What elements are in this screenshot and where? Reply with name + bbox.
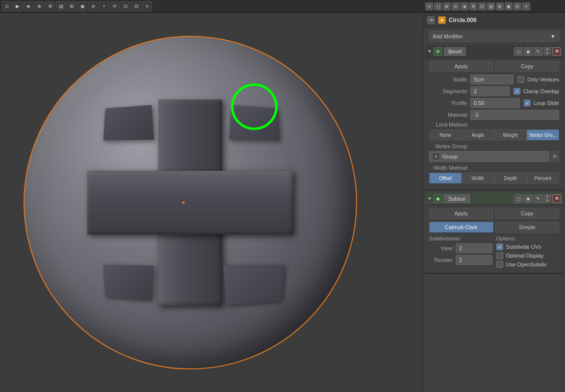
bevel-mod-name-btn[interactable]: Bevel bbox=[444, 47, 466, 56]
bevel-width-value[interactable]: 5cm bbox=[470, 75, 514, 84]
bevel-apply-copy-row: Apply Copy bbox=[429, 61, 559, 72]
limit-method-label: Limit Method: bbox=[429, 122, 468, 128]
bevel-modifier-section: ▼ ⚙ Bevel ◻ ◉ ✎ ▲ ▼ ✕ bbox=[425, 45, 563, 190]
use-opensubdiv-checkbox[interactable]: ✓ bbox=[496, 261, 503, 268]
bevel-mod-icon[interactable]: ⚙ bbox=[434, 47, 442, 56]
bevel-profile-value[interactable]: 0.50 bbox=[470, 98, 520, 108]
subsur-modifier-header: ▼ ◉ Subsur ◻ ◉ ✎ ▲ ▼ ✕ bbox=[425, 192, 563, 205]
subsur-mod-header-icons: ◻ ◉ ✎ ▲ ▼ ✕ bbox=[514, 194, 561, 203]
bevel-edit-icon[interactable]: ✎ bbox=[534, 47, 542, 56]
render-value[interactable]: 2 bbox=[456, 255, 492, 265]
limit-none-btn[interactable]: None bbox=[429, 130, 462, 140]
tool-icon-7[interactable]: ⊞ bbox=[67, 1, 77, 11]
tool-icon-4[interactable]: ⊕ bbox=[34, 1, 44, 11]
width-method-label: Width Method: bbox=[429, 165, 468, 171]
wm-percent-btn[interactable]: Percent bbox=[527, 173, 559, 183]
panel-icon-8[interactable]: ▤ bbox=[487, 2, 495, 10]
panel-icon-7[interactable]: ⊡ bbox=[478, 2, 486, 10]
clamp-overlap-checkbox[interactable]: ✓ bbox=[514, 88, 520, 95]
tool-icon-6[interactable]: ▤ bbox=[56, 1, 66, 11]
view-label: View: bbox=[429, 245, 454, 251]
width-method-group: Offset Width Depth Percent bbox=[429, 173, 559, 183]
bevel-up-btn[interactable]: ▲ bbox=[543, 47, 551, 51]
limit-weight-btn[interactable]: Weight bbox=[494, 130, 527, 140]
panel-icon-9[interactable]: ⊞ bbox=[496, 2, 504, 10]
bevel-updown: ▲ ▼ bbox=[543, 47, 551, 56]
subdivide-uvs-checkbox[interactable]: ✓ bbox=[496, 243, 503, 250]
bevel-material-value[interactable]: -1 bbox=[470, 110, 559, 120]
tool-icon-3[interactable]: ◈ bbox=[24, 1, 33, 11]
tool-icon-13[interactable]: ⊟ bbox=[131, 1, 141, 11]
bevel-render-icon[interactable]: ◻ bbox=[514, 47, 523, 56]
bevel-view-icon[interactable]: ◉ bbox=[524, 47, 533, 56]
subsur-apply-button[interactable]: Apply bbox=[429, 208, 493, 219]
bevel-segments-value[interactable]: 2 bbox=[470, 86, 510, 96]
subdivide-uvs-row: ✓ Subdivide UVs bbox=[496, 243, 560, 250]
subsur-copy-button[interactable]: Copy bbox=[495, 208, 560, 219]
view-value[interactable]: 2 bbox=[456, 243, 492, 253]
object-header: ≫ ● Circle.006 bbox=[423, 13, 565, 27]
wm-depth-btn[interactable]: Depth bbox=[494, 173, 527, 183]
tool-icon-8[interactable]: ◉ bbox=[77, 1, 87, 11]
tool-icon-1[interactable]: ⊙ bbox=[2, 1, 12, 11]
viewport-toolbar: ⊙ ▶ ◈ ⊕ ⚙ ▤ ⊞ ◉ ⊘ ⚬ ⟳ ⊡ ⊟ ≡ bbox=[0, 0, 423, 13]
panel-icon-6[interactable]: ⚙ bbox=[469, 2, 477, 10]
bevel-collapse-arrow[interactable]: ▼ bbox=[427, 49, 432, 54]
subsur-updown: ▲ ▼ bbox=[543, 194, 551, 203]
bevel-copy-button[interactable]: Copy bbox=[495, 61, 560, 72]
subsur-modifier-section: ▼ ◉ Subsur ◻ ◉ ✎ ▲ ▼ ✕ bbox=[425, 192, 563, 274]
panel-icon-1[interactable]: ⊙ bbox=[425, 2, 433, 10]
wm-width-btn[interactable]: Width bbox=[462, 173, 494, 183]
subsur-up-btn[interactable]: ▲ bbox=[543, 194, 551, 198]
panel-icon-10[interactable]: ◉ bbox=[505, 2, 513, 10]
limit-angle-btn[interactable]: Angle bbox=[462, 130, 494, 140]
object-name: Circle.006 bbox=[449, 17, 477, 24]
subsur-render-icon[interactable]: ◻ bbox=[514, 194, 523, 203]
subsur-mod-icon[interactable]: ◉ bbox=[434, 194, 442, 203]
panel-icon-5[interactable]: ◈ bbox=[461, 2, 468, 10]
options-label: Options: bbox=[496, 235, 560, 241]
tool-icon-2[interactable]: ▶ bbox=[13, 1, 23, 11]
optimal-display-row: ✓ Optimal Display bbox=[496, 252, 560, 259]
tool-icon-9[interactable]: ⊘ bbox=[88, 1, 98, 11]
bevel-apply-button[interactable]: Apply bbox=[429, 61, 493, 72]
bevel-profile-row: Profile: 0.50 ✓ Loop Slide bbox=[429, 98, 559, 108]
subsur-down-btn[interactable]: ▼ bbox=[543, 199, 551, 203]
subsur-mod-name-btn[interactable]: Subsur bbox=[444, 194, 470, 203]
add-modifier-button[interactable]: Add Modifier ▼ bbox=[429, 31, 559, 42]
subsur-apply-copy-row: Apply Copy bbox=[429, 208, 559, 219]
bevel-down-btn[interactable]: ▼ bbox=[543, 52, 551, 55]
panel-icon-2[interactable]: ◻ bbox=[434, 2, 442, 10]
simple-btn[interactable]: Simple bbox=[495, 222, 560, 233]
subsur-view-icon[interactable]: ◉ bbox=[524, 194, 533, 203]
vertex-group-field[interactable]: ⊞ Group bbox=[429, 151, 549, 162]
vertex-group-clear-btn[interactable]: ✕ bbox=[550, 151, 559, 162]
subsur-close-btn[interactable]: ✕ bbox=[552, 194, 561, 203]
bevel-segments-label: Segments: bbox=[429, 88, 468, 94]
corner-tl bbox=[103, 105, 154, 140]
panel-icon-11[interactable]: ⊟ bbox=[514, 2, 521, 10]
bevel-close-btn[interactable]: ✕ bbox=[552, 47, 561, 56]
catmull-clark-btn[interactable]: Catmull-Clark bbox=[429, 222, 493, 233]
bevel-segments-row: Segments: 2 ✓ Clamp Overlap bbox=[429, 86, 559, 96]
limit-vertex-gro-btn[interactable]: Vertex Gro... bbox=[527, 130, 559, 140]
tool-icon-10[interactable]: ⚬ bbox=[99, 1, 109, 11]
render-row: Render: 2 bbox=[429, 255, 492, 265]
tool-icon-12[interactable]: ⊡ bbox=[121, 1, 130, 11]
add-modifier-bar: Add Modifier ▼ bbox=[425, 29, 563, 43]
tool-icon-5[interactable]: ⚙ bbox=[45, 1, 55, 11]
only-vertices-checkbox[interactable]: ✓ bbox=[517, 76, 524, 83]
subsur-collapse-arrow[interactable]: ▼ bbox=[427, 196, 432, 201]
center-dot bbox=[182, 201, 185, 204]
tool-icon-11[interactable]: ⟳ bbox=[110, 1, 120, 11]
subsur-edit-icon[interactable]: ✎ bbox=[534, 194, 542, 203]
optimal-display-checkbox[interactable]: ✓ bbox=[496, 252, 503, 259]
panel-icon-3[interactable]: ⊕ bbox=[443, 2, 451, 10]
panel-icon-12[interactable]: ≡ bbox=[522, 2, 530, 10]
wm-offset-btn[interactable]: Offset bbox=[429, 173, 462, 183]
vertex-group-label: Vertex Group: bbox=[429, 143, 468, 149]
panel-icon-4[interactable]: ⊘ bbox=[452, 2, 460, 10]
loop-slide-checkbox[interactable]: ✓ bbox=[524, 100, 531, 106]
tool-icon-14[interactable]: ≡ bbox=[142, 1, 152, 11]
breadcrumb-icon[interactable]: ≫ bbox=[427, 16, 435, 24]
